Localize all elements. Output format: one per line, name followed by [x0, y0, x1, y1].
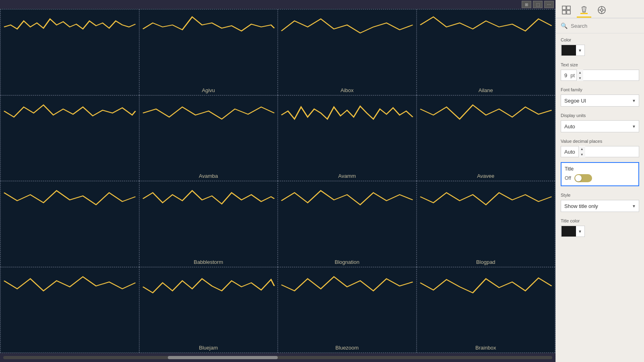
- text-size-unit: pt: [570, 72, 576, 78]
- color-label: Color: [561, 37, 639, 42]
- text-size-input[interactable]: 9 pt ▲ ▼: [561, 70, 639, 81]
- decimal-places-spinners: ▲ ▼: [578, 146, 585, 157]
- top-toolbar: ⊞ ⬚ ⋯: [0, 0, 555, 9]
- tab-paint[interactable]: [577, 3, 591, 18]
- decimal-places-label: Value decimal places: [561, 139, 639, 144]
- title-toggle-label: Off: [565, 175, 571, 181]
- toolbar-more-icon[interactable]: ⋯: [544, 1, 554, 8]
- decimal-places-input[interactable]: Auto ▲ ▼: [561, 146, 639, 157]
- display-units-select[interactable]: Auto None Thousands Millions Billions Tr…: [561, 120, 639, 132]
- chart-label: [4, 93, 136, 93]
- svg-rect-3: [567, 10, 570, 14]
- chart-label: Ailane: [420, 86, 552, 93]
- chart-cell: Avamba: [139, 95, 278, 181]
- chart-label: Aibox: [281, 86, 413, 93]
- chart-cell: Brainbox: [417, 267, 555, 353]
- style-section: Style Show title only Show title and sub…: [556, 189, 644, 214]
- style-label: Style: [561, 193, 639, 197]
- chart-label: Avamm: [281, 172, 413, 179]
- color-picker[interactable]: ▼: [561, 45, 585, 56]
- title-color-arrow-icon: ▼: [576, 229, 584, 234]
- title-section-label: Title: [565, 166, 635, 172]
- chart-label: Bluezoom: [281, 344, 413, 351]
- panel-tabs: [556, 0, 644, 19]
- color-section: Color ▼: [556, 33, 644, 58]
- decimal-places-section: Value decimal places Auto ▲ ▼: [556, 135, 644, 160]
- chart-grid: Agivu Aibox Ailane Avamba: [0, 9, 555, 353]
- chart-cell: [0, 267, 139, 353]
- color-arrow-icon: ▼: [576, 48, 584, 53]
- display-units-section: Display units Auto None Thousands Millio…: [556, 109, 644, 135]
- title-color-swatch: [561, 226, 576, 237]
- chart-cell: Bluejam: [139, 267, 278, 353]
- chart-cell: [0, 181, 139, 267]
- style-dropdown[interactable]: Show title only Show title and subtitle …: [561, 200, 639, 212]
- title-toggle-knob: [575, 175, 582, 181]
- text-size-value: 9: [561, 72, 570, 78]
- chart-label: [4, 350, 136, 351]
- chart-label: Avavee: [420, 172, 552, 179]
- text-size-spinners: ▲ ▼: [576, 70, 583, 81]
- font-family-select[interactable]: Segoe UI Arial Calibri: [561, 95, 639, 107]
- title-toggle-switch[interactable]: [574, 174, 592, 182]
- svg-point-7: [601, 9, 603, 11]
- toolbar-grid-icon[interactable]: ⊞: [522, 1, 531, 8]
- title-color-picker[interactable]: ▼: [561, 226, 585, 237]
- title-section: Title Off: [561, 162, 639, 186]
- chart-cell: [0, 9, 139, 95]
- svg-rect-2: [562, 10, 566, 14]
- text-size-label: Text size: [561, 62, 639, 67]
- style-select[interactable]: Show title only Show title and subtitle: [561, 200, 639, 212]
- chart-cell: Avavee: [417, 95, 555, 181]
- title-color-label: Title color: [561, 218, 639, 223]
- chart-label: [4, 264, 136, 265]
- chart-label: Brainbox: [420, 344, 552, 351]
- decimal-down[interactable]: ▼: [579, 152, 585, 157]
- text-size-down[interactable]: ▼: [577, 75, 583, 81]
- text-size-up[interactable]: ▲: [577, 70, 583, 75]
- chart-label: Blognation: [281, 258, 413, 265]
- toolbar-export-icon[interactable]: ⬚: [533, 1, 543, 8]
- font-family-dropdown[interactable]: Segoe UI Arial Calibri ▼: [561, 95, 639, 107]
- chart-cell: Blogpad: [417, 181, 555, 267]
- chart-cell: Babblestorm: [139, 181, 278, 267]
- chart-label: Agivu: [143, 86, 275, 93]
- display-units-dropdown[interactable]: Auto None Thousands Millions Billions Tr…: [561, 120, 639, 132]
- decimal-up[interactable]: ▲: [579, 146, 585, 152]
- font-family-section: Font family Segoe UI Arial Calibri ▼: [556, 83, 644, 109]
- main-chart-area: ⊞ ⬚ ⋯ Agivu Aibox Ailane: [0, 0, 555, 362]
- tab-analytics[interactable]: [594, 3, 609, 18]
- svg-rect-1: [567, 6, 570, 10]
- tab-grid[interactable]: [559, 3, 574, 18]
- font-family-label: Font family: [561, 87, 639, 92]
- chart-cell: [0, 95, 139, 181]
- chart-cell: Bluezoom: [278, 267, 417, 353]
- svg-rect-0: [562, 6, 566, 10]
- display-units-label: Display units: [561, 113, 639, 118]
- search-icon: 🔍: [561, 23, 568, 29]
- chart-cell: Ailane: [417, 9, 555, 95]
- chart-label: Avamba: [143, 172, 275, 179]
- chart-label: Bluejam: [143, 344, 275, 351]
- chart-cell: Aibox: [278, 9, 417, 95]
- bottom-scrollbar: [0, 353, 555, 362]
- chart-cell: Blognation: [278, 181, 417, 267]
- chart-cell: Avamm: [278, 95, 417, 181]
- scrollbar-track[interactable]: [3, 356, 552, 359]
- search-input[interactable]: [571, 23, 639, 29]
- chart-label: Babblestorm: [143, 258, 275, 265]
- text-size-section: Text size 9 pt ▲ ▼: [556, 58, 644, 83]
- chart-cell: Agivu: [139, 9, 278, 95]
- search-bar: 🔍: [556, 19, 644, 33]
- title-color-section: Title color ▼: [556, 214, 644, 239]
- chart-label: Blogpad: [420, 258, 552, 265]
- color-swatch: [561, 45, 576, 56]
- scrollbar-thumb[interactable]: [168, 356, 278, 359]
- decimal-places-value: Auto: [561, 149, 578, 155]
- title-toggle-row: Off: [565, 174, 635, 182]
- chart-label: [4, 178, 136, 179]
- svg-rect-4: [580, 13, 588, 14]
- right-panel: 🔍 Color ▼ Text size 9 pt ▲ ▼ Font family…: [555, 0, 644, 362]
